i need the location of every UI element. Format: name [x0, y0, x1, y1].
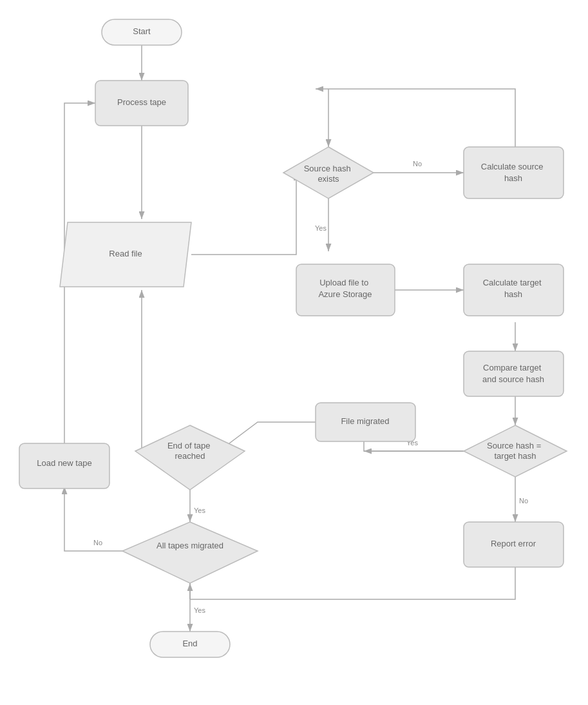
label-yes-alltapes: Yes: [194, 606, 205, 614]
report-error-label: Report error: [491, 539, 536, 548]
read-file-label: Read file: [109, 249, 142, 258]
label-no-alltapes: No: [93, 539, 102, 546]
start-label: Start: [133, 26, 151, 36]
calc-source-hash-node: [464, 147, 564, 198]
all-tapes-migrated-node: [122, 522, 258, 583]
load-new-tape-label: Load new tape: [37, 458, 91, 468]
file-migrated-label: File migrated: [341, 416, 389, 426]
all-tapes-migrated-label: All tapes migrated: [156, 541, 223, 550]
label-yes-source: Yes: [315, 224, 327, 232]
label-yes-tape: Yes: [194, 507, 205, 514]
process-tape-label: Process tape: [117, 97, 166, 107]
label-no-source: No: [413, 160, 422, 168]
compare-hash-node: [464, 351, 564, 396]
label-no-hash: No: [519, 497, 528, 505]
source-equals-target-label: Source hash = target hash: [487, 441, 544, 461]
end-label: End: [182, 639, 197, 648]
